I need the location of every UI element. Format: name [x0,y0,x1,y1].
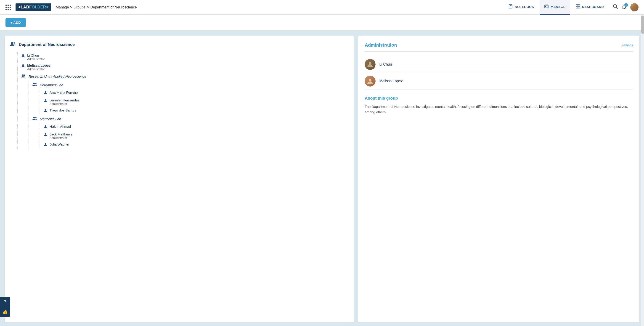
subgroup-item: Hernandez Lab [32,81,348,89]
nav-notebook-label: NOTEBOOK [515,5,534,9]
svg-line-12 [616,8,618,9]
matthews-lab-members: Hakim Ahmad Jack Matthews Administrator [40,123,348,149]
breadcrumb-separator: > [87,5,89,9]
avatar-melissa [364,76,376,86]
help-button[interactable]: ? [0,297,10,307]
svg-point-22 [45,99,46,101]
breadcrumb: Manage > Groups > Department of Neurosci… [56,5,137,9]
list-item: Hakim Ahmad [44,123,348,131]
person-icon [21,54,25,58]
svg-point-19 [33,83,35,84]
group-title: Department of Neuroscience [19,42,75,47]
grid-icon[interactable] [6,4,11,10]
subgroup-item: Research Unit | Applied Neuroscience [21,72,348,81]
settings-link[interactable]: settings [622,44,633,47]
main-nav: NOTEBOOK MANAGE DASHBOARD [504,0,608,14]
admin-avatar [364,76,376,86]
person-icon [44,99,47,103]
main-header: <LAB FOLDER> Manage > Groups > Departmen… [0,0,644,14]
breadcrumb-group: Groups [74,5,86,9]
about-title: About this group [364,96,633,101]
svg-point-15 [22,54,24,56]
notification-badge: 1 [624,3,628,7]
svg-rect-0 [509,4,512,8]
breadcrumb-manage[interactable]: Manage > [56,5,72,9]
member-name: Jack Matthews [50,132,72,136]
member-role: Administrator [27,68,50,71]
member-name: Hakim Ahmad [50,124,71,128]
subgroup-icon [32,116,38,121]
subgroup-item: Matthews Lab [32,115,348,123]
subgroup-icon [21,74,26,79]
member-role: Administrator [50,136,72,140]
subgroup-icon [32,82,38,87]
member-name: Julia Wagner [50,142,70,146]
about-section: About this group The Department of Neuro… [364,96,633,115]
list-item: Julia Wagner [44,141,348,149]
list-item: Ana Maria Ferreira [44,89,348,97]
person-icon [44,125,47,130]
svg-point-28 [45,143,46,145]
svg-point-23 [45,109,46,111]
like-button[interactable]: 👍 [0,307,10,317]
list-item: Jack Matthews Administrator [44,131,348,141]
nav-manage[interactable]: MANAGE [540,0,570,14]
direct-members: Li Chun Administrator Melissa Lopez Admi… [17,52,348,72]
search-button[interactable] [613,4,618,10]
add-button[interactable]: + ADD [6,18,26,27]
subgroup-name: Matthews Lab [40,117,61,121]
member-name: Tiago dos Santos [50,108,76,112]
nav-notebook[interactable]: NOTEBOOK [504,0,539,14]
svg-rect-10 [578,7,580,8]
admin-list: Li Chun Melissa Lopez [364,56,633,90]
svg-point-17 [22,74,24,76]
svg-rect-9 [576,7,578,8]
list-item: Jennifer Hernandez Administrator [44,97,348,107]
person-icon [44,109,47,113]
svg-rect-7 [576,4,578,6]
admin-avatar [364,59,376,70]
list-item: Li Chun Administrator [21,52,348,62]
right-panel: Administration settings Li Chun [358,36,640,322]
subgroup-hernandez-lab: Hernandez Lab Ana Maria Ferreira [28,81,348,115]
person-icon [21,64,25,68]
svg-point-26 [45,126,46,127]
admin-name: Melissa Lopez [379,79,402,83]
list-item: Melissa Lopez Administrator [21,62,348,72]
svg-point-16 [22,64,24,66]
scrollbar-track [641,14,644,326]
svg-point-13 [11,42,13,44]
svg-rect-4 [544,5,548,8]
member-name: Ana Maria Ferreira [50,90,78,94]
group-header: Department of Neuroscience [10,42,348,48]
nav-manage-label: MANAGE [550,5,566,9]
admin-person: Li Chun [364,56,633,73]
toolbar: + ADD [0,14,644,30]
person-icon [44,91,47,96]
notification-button[interactable]: 1 [622,4,627,10]
group-icon [10,42,16,48]
subgroup-name: Hernandez Lab [40,83,63,87]
user-avatar[interactable] [630,3,638,12]
about-text: The Department of Neuroscience investiga… [364,104,633,115]
dashboard-icon [576,4,580,10]
scrollbar-thumb[interactable] [641,16,644,34]
svg-rect-6 [545,6,546,7]
float-buttons: ? 👍 [0,297,10,317]
svg-point-14 [14,42,15,44]
member-name: Jennifer Hernandez [50,98,80,102]
nav-dashboard-label: DASHBOARD [582,5,604,9]
header-actions: 1 [613,3,638,12]
member-name: Melissa Lopez [27,64,50,68]
svg-point-24 [33,117,35,118]
notebook-icon [508,4,513,10]
logo[interactable]: <LAB FOLDER> [16,4,51,11]
main-content: Department of Neuroscience Li Chun Admin… [0,30,644,326]
nav-dashboard[interactable]: DASHBOARD [571,0,608,14]
admin-name: Li Chun [379,62,392,66]
left-panel: Department of Neuroscience Li Chun Admin… [4,36,354,322]
svg-point-18 [24,74,25,76]
breadcrumb-dept: Department of Neuroscience [90,5,137,9]
svg-point-27 [45,133,46,135]
svg-point-21 [45,92,46,93]
